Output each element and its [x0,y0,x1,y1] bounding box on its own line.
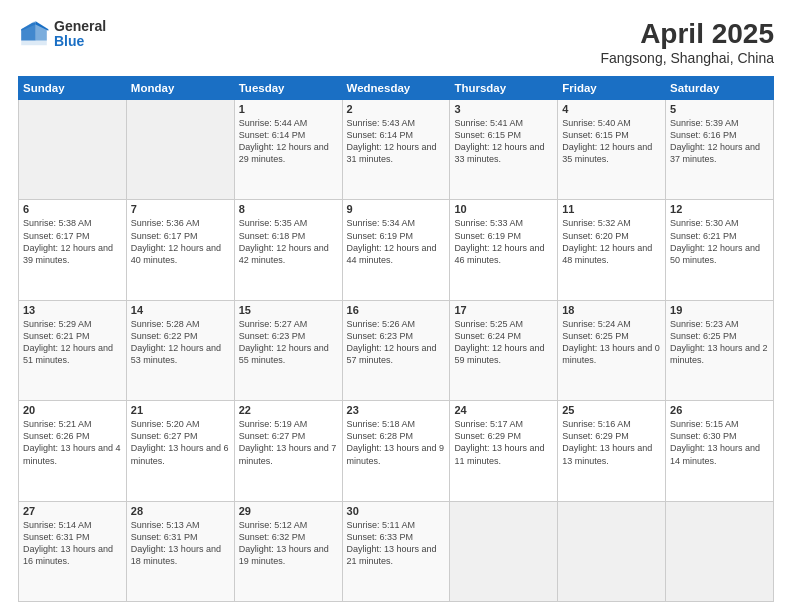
calendar-cell [666,501,774,601]
day-number: 3 [454,103,553,115]
day-number: 20 [23,404,122,416]
day-info: Sunrise: 5:36 AM Sunset: 6:17 PM Dayligh… [131,217,230,266]
calendar-cell: 16Sunrise: 5:26 AM Sunset: 6:23 PM Dayli… [342,300,450,400]
day-info: Sunrise: 5:29 AM Sunset: 6:21 PM Dayligh… [23,318,122,367]
calendar-cell: 11Sunrise: 5:32 AM Sunset: 6:20 PM Dayli… [558,200,666,300]
calendar-cell: 20Sunrise: 5:21 AM Sunset: 6:26 PM Dayli… [19,401,127,501]
day-number: 29 [239,505,338,517]
day-info: Sunrise: 5:19 AM Sunset: 6:27 PM Dayligh… [239,418,338,467]
day-number: 5 [670,103,769,115]
calendar-week-row: 27Sunrise: 5:14 AM Sunset: 6:31 PM Dayli… [19,501,774,601]
day-number: 8 [239,203,338,215]
day-info: Sunrise: 5:28 AM Sunset: 6:22 PM Dayligh… [131,318,230,367]
calendar-day-header: Monday [126,77,234,100]
calendar-cell [450,501,558,601]
calendar-cell: 12Sunrise: 5:30 AM Sunset: 6:21 PM Dayli… [666,200,774,300]
calendar-cell: 6Sunrise: 5:38 AM Sunset: 6:17 PM Daylig… [19,200,127,300]
day-number: 11 [562,203,661,215]
calendar-cell: 13Sunrise: 5:29 AM Sunset: 6:21 PM Dayli… [19,300,127,400]
day-info: Sunrise: 5:21 AM Sunset: 6:26 PM Dayligh… [23,418,122,467]
calendar-cell: 9Sunrise: 5:34 AM Sunset: 6:19 PM Daylig… [342,200,450,300]
day-number: 13 [23,304,122,316]
day-info: Sunrise: 5:38 AM Sunset: 6:17 PM Dayligh… [23,217,122,266]
calendar-cell [126,100,234,200]
day-info: Sunrise: 5:33 AM Sunset: 6:19 PM Dayligh… [454,217,553,266]
day-info: Sunrise: 5:15 AM Sunset: 6:30 PM Dayligh… [670,418,769,467]
day-number: 7 [131,203,230,215]
day-info: Sunrise: 5:12 AM Sunset: 6:32 PM Dayligh… [239,519,338,568]
calendar-day-header: Wednesday [342,77,450,100]
calendar-cell: 27Sunrise: 5:14 AM Sunset: 6:31 PM Dayli… [19,501,127,601]
calendar-cell: 1Sunrise: 5:44 AM Sunset: 6:14 PM Daylig… [234,100,342,200]
calendar-cell: 26Sunrise: 5:15 AM Sunset: 6:30 PM Dayli… [666,401,774,501]
header: General Blue April 2025 Fangsong, Shangh… [18,18,774,66]
calendar-table: SundayMondayTuesdayWednesdayThursdayFrid… [18,76,774,602]
day-info: Sunrise: 5:13 AM Sunset: 6:31 PM Dayligh… [131,519,230,568]
main-title: April 2025 [600,18,774,50]
day-number: 27 [23,505,122,517]
day-info: Sunrise: 5:20 AM Sunset: 6:27 PM Dayligh… [131,418,230,467]
calendar-cell [558,501,666,601]
calendar-cell: 25Sunrise: 5:16 AM Sunset: 6:29 PM Dayli… [558,401,666,501]
day-info: Sunrise: 5:18 AM Sunset: 6:28 PM Dayligh… [347,418,446,467]
day-number: 9 [347,203,446,215]
calendar-cell [19,100,127,200]
calendar-day-header: Tuesday [234,77,342,100]
day-number: 23 [347,404,446,416]
calendar-header-row: SundayMondayTuesdayWednesdayThursdayFrid… [19,77,774,100]
calendar-cell: 29Sunrise: 5:12 AM Sunset: 6:32 PM Dayli… [234,501,342,601]
day-info: Sunrise: 5:35 AM Sunset: 6:18 PM Dayligh… [239,217,338,266]
day-number: 30 [347,505,446,517]
calendar-cell: 17Sunrise: 5:25 AM Sunset: 6:24 PM Dayli… [450,300,558,400]
day-info: Sunrise: 5:27 AM Sunset: 6:23 PM Dayligh… [239,318,338,367]
day-info: Sunrise: 5:24 AM Sunset: 6:25 PM Dayligh… [562,318,661,367]
calendar-cell: 21Sunrise: 5:20 AM Sunset: 6:27 PM Dayli… [126,401,234,501]
day-info: Sunrise: 5:16 AM Sunset: 6:29 PM Dayligh… [562,418,661,467]
calendar-week-row: 20Sunrise: 5:21 AM Sunset: 6:26 PM Dayli… [19,401,774,501]
calendar-cell: 14Sunrise: 5:28 AM Sunset: 6:22 PM Dayli… [126,300,234,400]
day-info: Sunrise: 5:11 AM Sunset: 6:33 PM Dayligh… [347,519,446,568]
calendar-cell: 24Sunrise: 5:17 AM Sunset: 6:29 PM Dayli… [450,401,558,501]
calendar-cell: 15Sunrise: 5:27 AM Sunset: 6:23 PM Dayli… [234,300,342,400]
calendar-week-row: 13Sunrise: 5:29 AM Sunset: 6:21 PM Dayli… [19,300,774,400]
calendar-cell: 7Sunrise: 5:36 AM Sunset: 6:17 PM Daylig… [126,200,234,300]
calendar-cell: 28Sunrise: 5:13 AM Sunset: 6:31 PM Dayli… [126,501,234,601]
day-info: Sunrise: 5:17 AM Sunset: 6:29 PM Dayligh… [454,418,553,467]
day-number: 14 [131,304,230,316]
logo-text: General Blue [54,19,106,50]
day-number: 1 [239,103,338,115]
day-info: Sunrise: 5:39 AM Sunset: 6:16 PM Dayligh… [670,117,769,166]
calendar-day-header: Friday [558,77,666,100]
logo-blue: Blue [54,34,106,49]
logo-icon [18,18,50,50]
day-info: Sunrise: 5:44 AM Sunset: 6:14 PM Dayligh… [239,117,338,166]
day-number: 26 [670,404,769,416]
day-number: 21 [131,404,230,416]
day-number: 24 [454,404,553,416]
day-info: Sunrise: 5:43 AM Sunset: 6:14 PM Dayligh… [347,117,446,166]
calendar-cell: 4Sunrise: 5:40 AM Sunset: 6:15 PM Daylig… [558,100,666,200]
day-number: 4 [562,103,661,115]
day-number: 16 [347,304,446,316]
day-info: Sunrise: 5:30 AM Sunset: 6:21 PM Dayligh… [670,217,769,266]
day-number: 15 [239,304,338,316]
calendar-week-row: 1Sunrise: 5:44 AM Sunset: 6:14 PM Daylig… [19,100,774,200]
day-number: 2 [347,103,446,115]
day-info: Sunrise: 5:40 AM Sunset: 6:15 PM Dayligh… [562,117,661,166]
day-info: Sunrise: 5:23 AM Sunset: 6:25 PM Dayligh… [670,318,769,367]
day-number: 12 [670,203,769,215]
day-info: Sunrise: 5:41 AM Sunset: 6:15 PM Dayligh… [454,117,553,166]
day-number: 22 [239,404,338,416]
calendar-cell: 5Sunrise: 5:39 AM Sunset: 6:16 PM Daylig… [666,100,774,200]
calendar-day-header: Sunday [19,77,127,100]
title-area: April 2025 Fangsong, Shanghai, China [600,18,774,66]
calendar-cell: 22Sunrise: 5:19 AM Sunset: 6:27 PM Dayli… [234,401,342,501]
day-number: 25 [562,404,661,416]
calendar-cell: 18Sunrise: 5:24 AM Sunset: 6:25 PM Dayli… [558,300,666,400]
logo: General Blue [18,18,106,50]
calendar-cell: 30Sunrise: 5:11 AM Sunset: 6:33 PM Dayli… [342,501,450,601]
calendar-cell: 8Sunrise: 5:35 AM Sunset: 6:18 PM Daylig… [234,200,342,300]
calendar-day-header: Thursday [450,77,558,100]
calendar-cell: 19Sunrise: 5:23 AM Sunset: 6:25 PM Dayli… [666,300,774,400]
day-number: 17 [454,304,553,316]
